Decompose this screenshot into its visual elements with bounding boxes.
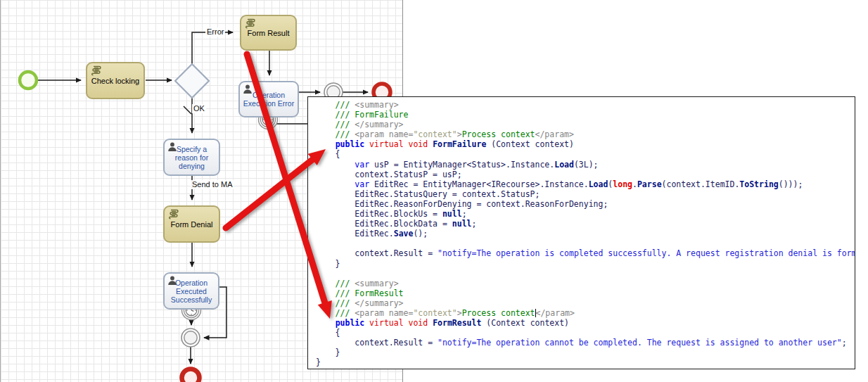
annotation-arrow-form-denial-to-formfailure — [226, 149, 326, 228]
bpmn-designer-screen: Check locking Form Result Operation Exec… — [0, 0, 868, 382]
annotation-arrow-form-result-to-formresult — [247, 54, 332, 319]
annotation-arrows-layer — [0, 0, 868, 382]
